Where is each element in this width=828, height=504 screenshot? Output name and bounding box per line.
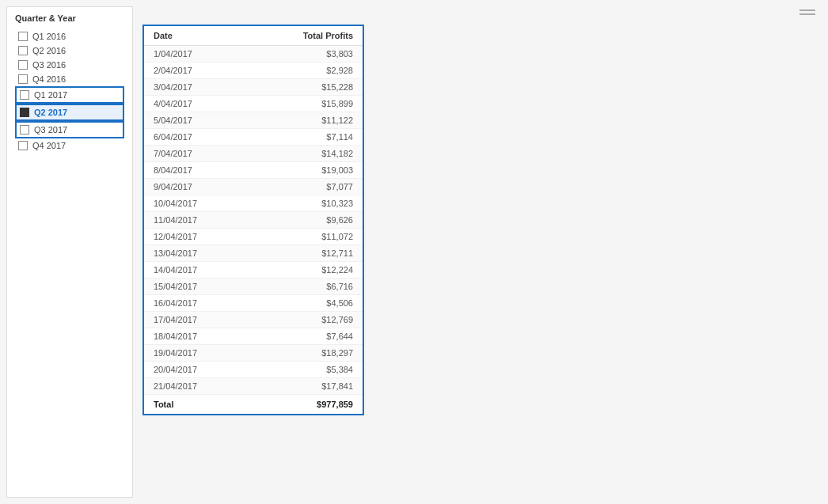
- cell-date-16: 17/04/2017: [144, 312, 248, 328]
- col-profits-header: Total Profits: [248, 26, 363, 46]
- cell-profit-4: $11,122: [248, 112, 363, 129]
- cell-date-11: 12/04/2017: [144, 229, 248, 245]
- cell-profit-12: $12,711: [248, 245, 363, 262]
- cell-profit-9: $10,323: [248, 195, 363, 212]
- table-row: 10/04/2017$10,323: [144, 195, 363, 212]
- cell-date-14: 15/04/2017: [144, 279, 248, 295]
- cell-profit-16: $12,769: [248, 312, 363, 328]
- table-row: 11/04/2017$9,626: [144, 212, 363, 229]
- table-row: 12/04/2017$11,072: [144, 229, 363, 245]
- cell-profit-3: $15,899: [248, 96, 363, 112]
- drag-handle[interactable]: [800, 9, 815, 15]
- sidebar-item-q3-2017[interactable]: Q3 2017: [15, 121, 124, 138]
- cell-profit-8: $7,077: [248, 179, 363, 195]
- col-date-header: Date: [144, 26, 248, 46]
- label-q2-2017: Q2 2017: [34, 108, 67, 117]
- cell-date-4: 5/04/2017: [144, 112, 248, 129]
- label-q1-2017: Q1 2017: [34, 90, 67, 100]
- table-total-row: Total $977,859: [144, 395, 363, 415]
- total-value: $977,859: [248, 395, 363, 415]
- cell-profit-17: $7,644: [248, 328, 363, 345]
- cell-date-0: 1/04/2017: [144, 46, 248, 63]
- checkbox-q3-2017[interactable]: [20, 125, 29, 135]
- sidebar-item-q3-2016[interactable]: Q3 2016: [15, 58, 124, 72]
- table-header-row: Date Total Profits: [144, 26, 363, 46]
- checkbox-q3-2016[interactable]: [18, 60, 28, 70]
- checkbox-q4-2016[interactable]: [18, 74, 28, 84]
- table-row: 4/04/2017$15,899: [144, 96, 363, 112]
- drag-line-2: [800, 13, 815, 15]
- cell-date-13: 14/04/2017: [144, 262, 248, 279]
- sidebar-item-q4-2016[interactable]: Q4 2016: [15, 72, 124, 86]
- table-row: 8/04/2017$19,003: [144, 162, 363, 179]
- table-row: 6/04/2017$7,114: [144, 129, 363, 146]
- label-q4-2017: Q4 2017: [32, 141, 66, 150]
- table-row: 19/04/2017$18,297: [144, 345, 363, 362]
- label-q3-2016: Q3 2016: [32, 60, 66, 70]
- cell-date-3: 4/04/2017: [144, 96, 248, 112]
- table-row: 18/04/2017$7,644: [144, 328, 363, 345]
- sidebar-item-q1-2016[interactable]: Q1 2016: [15, 29, 124, 44]
- total-label: Total: [144, 395, 248, 415]
- checkbox-q2-2016[interactable]: [18, 46, 28, 55]
- table-row: 3/04/2017$15,228: [144, 79, 363, 96]
- cell-profit-19: $5,384: [248, 362, 363, 378]
- label-q4-2016: Q4 2016: [32, 74, 66, 84]
- table-row: 1/04/2017$3,803: [144, 46, 363, 63]
- table-row: 2/04/2017$2,928: [144, 63, 363, 79]
- sidebar-item-q4-2017[interactable]: Q4 2017: [15, 138, 124, 153]
- table-row: 20/04/2017$5,384: [144, 362, 363, 378]
- cell-profit-7: $19,003: [248, 162, 363, 179]
- cell-profit-18: $18,297: [248, 345, 363, 362]
- cell-date-10: 11/04/2017: [144, 212, 248, 229]
- cell-date-18: 19/04/2017: [144, 345, 248, 362]
- checkbox-q2-2017[interactable]: [20, 108, 29, 117]
- main-area: Date Total Profits 1/04/2017$3,8032/04/2…: [142, 6, 822, 498]
- cell-date-5: 6/04/2017: [144, 129, 248, 146]
- cell-date-9: 10/04/2017: [144, 195, 248, 212]
- sidebar-panel: Quarter & Year Q1 2016Q2 2016Q3 2016Q4 2…: [6, 6, 133, 498]
- cell-date-7: 8/04/2017: [144, 162, 248, 179]
- table-row: 21/04/2017$17,841: [144, 378, 363, 395]
- cell-date-20: 21/04/2017: [144, 378, 248, 395]
- checkbox-q1-2017[interactable]: [20, 90, 29, 100]
- cell-profit-15: $4,506: [248, 295, 363, 312]
- table-row: 5/04/2017$11,122: [144, 112, 363, 129]
- table-body: 1/04/2017$3,8032/04/2017$2,9283/04/2017$…: [144, 46, 363, 395]
- table-row: 17/04/2017$12,769: [144, 312, 363, 328]
- cell-profit-14: $6,716: [248, 279, 363, 295]
- cell-profit-1: $2,928: [248, 63, 363, 79]
- cell-date-8: 9/04/2017: [144, 179, 248, 195]
- cell-profit-6: $14,182: [248, 146, 363, 162]
- sidebar-item-q1-2017[interactable]: Q1 2017: [15, 86, 124, 104]
- cell-date-12: 13/04/2017: [144, 245, 248, 262]
- checkbox-q4-2017[interactable]: [18, 141, 28, 150]
- table-row: 15/04/2017$6,716: [144, 279, 363, 295]
- cell-date-6: 7/04/2017: [144, 146, 248, 162]
- cell-profit-2: $15,228: [248, 79, 363, 96]
- table-panel: Date Total Profits 1/04/2017$3,8032/04/2…: [142, 25, 364, 415]
- cell-profit-10: $9,626: [248, 212, 363, 229]
- table-row: 7/04/2017$14,182: [144, 146, 363, 162]
- table-row: 13/04/2017$12,711: [144, 245, 363, 262]
- data-table: Date Total Profits 1/04/2017$3,8032/04/2…: [144, 26, 363, 414]
- cell-date-17: 18/04/2017: [144, 328, 248, 345]
- cell-profit-20: $17,841: [248, 378, 363, 395]
- sidebar-title: Quarter & Year: [15, 13, 124, 23]
- label-q3-2017: Q3 2017: [34, 125, 67, 135]
- label-q1-2016: Q1 2016: [32, 32, 66, 41]
- table-row: 14/04/2017$12,224: [144, 262, 363, 279]
- checkbox-q1-2016[interactable]: [18, 32, 28, 41]
- cell-profit-13: $12,224: [248, 262, 363, 279]
- label-q2-2016: Q2 2016: [32, 46, 66, 55]
- cell-profit-11: $11,072: [248, 229, 363, 245]
- drag-line-1: [800, 9, 815, 11]
- cell-date-19: 20/04/2017: [144, 362, 248, 378]
- sidebar-item-q2-2016[interactable]: Q2 2016: [15, 44, 124, 58]
- top-bar: [142, 6, 822, 18]
- table-row: 9/04/2017$7,077: [144, 179, 363, 195]
- sidebar-item-q2-2017[interactable]: Q2 2017: [15, 104, 124, 121]
- cell-profit-0: $3,803: [248, 46, 363, 63]
- cell-date-15: 16/04/2017: [144, 295, 248, 312]
- cell-profit-5: $7,114: [248, 129, 363, 146]
